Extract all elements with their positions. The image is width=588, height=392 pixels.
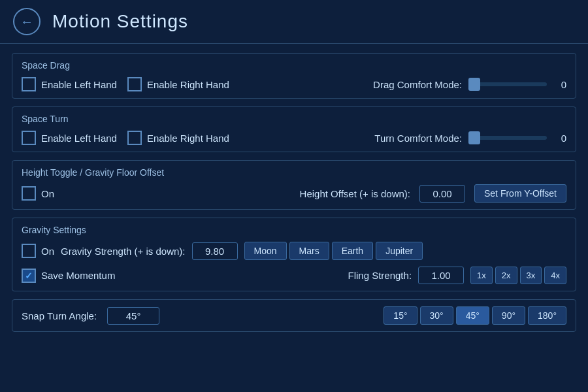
- gravity-settings-title: Gravity Settings: [22, 225, 566, 235]
- fling-2x-button[interactable]: 2x: [495, 267, 517, 284]
- snap-turn-options-group: 15° 30° 45° 90° 180°: [384, 306, 566, 325]
- gravity-on-label[interactable]: On: [22, 244, 54, 258]
- snap-turn-input[interactable]: [107, 307, 159, 325]
- fling-multipliers-group: 1x 2x 3x 4x: [470, 267, 566, 284]
- gravity-earth-button[interactable]: Earth: [332, 242, 373, 260]
- space-turn-title: Space Turn: [22, 114, 566, 124]
- header: ← Motion Settings: [0, 0, 588, 44]
- space-drag-section: Space Drag Enable Left Hand Enable Right…: [12, 53, 576, 99]
- gravity-on-checkbox[interactable]: [22, 244, 36, 258]
- gravity-settings-section: Gravity Settings On Gravity Strength (+ …: [12, 218, 576, 291]
- save-momentum-checkbox[interactable]: [22, 269, 36, 283]
- gravity-strength-input[interactable]: [192, 242, 238, 260]
- fling-strength-input[interactable]: [418, 267, 464, 284]
- space-turn-section: Space Turn Enable Left Hand Enable Right…: [12, 106, 576, 152]
- gravity-row1: On Gravity Strength (+ is down): Moon Ma…: [22, 242, 566, 260]
- drag-comfort-group: Drag Comfort Mode: 0: [373, 79, 566, 90]
- gravity-mars-button[interactable]: Mars: [289, 242, 329, 260]
- back-button[interactable]: ←: [13, 8, 41, 35]
- height-toggle-section: Height Toggle / Gravity Floor Offset On …: [12, 160, 576, 210]
- space-turn-right-hand-label[interactable]: Enable Right Hand: [127, 131, 229, 145]
- height-on-checkbox[interactable]: [22, 186, 36, 201]
- snap-turn-label: Snap Turn Angle:: [22, 310, 97, 321]
- snap-180-button[interactable]: 180°: [528, 306, 566, 325]
- space-drag-right-hand-label[interactable]: Enable Right Hand: [127, 77, 229, 91]
- space-turn-row: Enable Left Hand Enable Right Hand Turn …: [22, 131, 566, 145]
- turn-comfort-group: Turn Comfort Mode: 0: [374, 133, 566, 144]
- space-drag-left-hand-checkbox[interactable]: [22, 77, 36, 91]
- gravity-presets-group: Moon Mars Earth Jupiter: [244, 242, 423, 260]
- fling-1x-button[interactable]: 1x: [470, 267, 493, 284]
- gravity-row2: Save Momentum Fling Strength: 1x 2x 3x 4…: [22, 267, 566, 284]
- turn-comfort-value: 0: [553, 133, 566, 144]
- space-turn-right-hand-checkbox[interactable]: [127, 131, 142, 145]
- turn-comfort-thumb[interactable]: [468, 131, 480, 144]
- height-toggle-row: On Height Offset (+ is down): Set From Y…: [22, 184, 566, 203]
- space-turn-left-hand-checkbox[interactable]: [22, 131, 36, 145]
- space-turn-left-hand-label[interactable]: Enable Left Hand: [22, 131, 117, 145]
- set-from-y-offset-button[interactable]: Set From Y-Offset: [474, 184, 566, 203]
- space-drag-row: Enable Left Hand Enable Right Hand Drag …: [22, 77, 566, 91]
- height-offset-input[interactable]: [419, 185, 465, 203]
- drag-comfort-thumb[interactable]: [468, 78, 480, 91]
- page-title: Motion Settings: [52, 11, 188, 32]
- snap-15-button[interactable]: 15°: [384, 306, 417, 325]
- save-momentum-label[interactable]: Save Momentum: [22, 269, 115, 283]
- gravity-strength-label: Gravity Strength (+ is down):: [61, 246, 186, 257]
- fling-3x-button[interactable]: 3x: [520, 267, 542, 284]
- drag-comfort-slider[interactable]: [468, 82, 547, 86]
- turn-comfort-label: Turn Comfort Mode:: [374, 133, 462, 144]
- height-on-label[interactable]: On: [22, 186, 54, 201]
- fling-4x-button[interactable]: 4x: [544, 267, 566, 284]
- snap-90-button[interactable]: 90°: [492, 306, 525, 325]
- turn-comfort-slider[interactable]: [468, 136, 547, 140]
- space-drag-right-hand-checkbox[interactable]: [127, 77, 142, 91]
- snap-45-button[interactable]: 45°: [456, 306, 489, 325]
- height-offset-label: Height Offset (+ is down):: [300, 188, 410, 199]
- main-content: Space Drag Enable Left Hand Enable Right…: [0, 44, 588, 341]
- snap-turn-section: Snap Turn Angle: 15° 30° 45° 90° 180°: [12, 299, 576, 332]
- gravity-jupiter-button[interactable]: Jupiter: [376, 242, 423, 260]
- height-toggle-title: Height Toggle / Gravity Floor Offset: [22, 167, 566, 178]
- space-drag-left-hand-label[interactable]: Enable Left Hand: [22, 77, 117, 91]
- drag-comfort-label: Drag Comfort Mode:: [373, 79, 462, 90]
- snap-30-button[interactable]: 30°: [420, 306, 453, 325]
- fling-strength-label: Fling Strength:: [348, 270, 412, 281]
- gravity-moon-button[interactable]: Moon: [244, 242, 287, 260]
- space-drag-title: Space Drag: [22, 60, 566, 71]
- drag-comfort-value: 0: [553, 79, 566, 90]
